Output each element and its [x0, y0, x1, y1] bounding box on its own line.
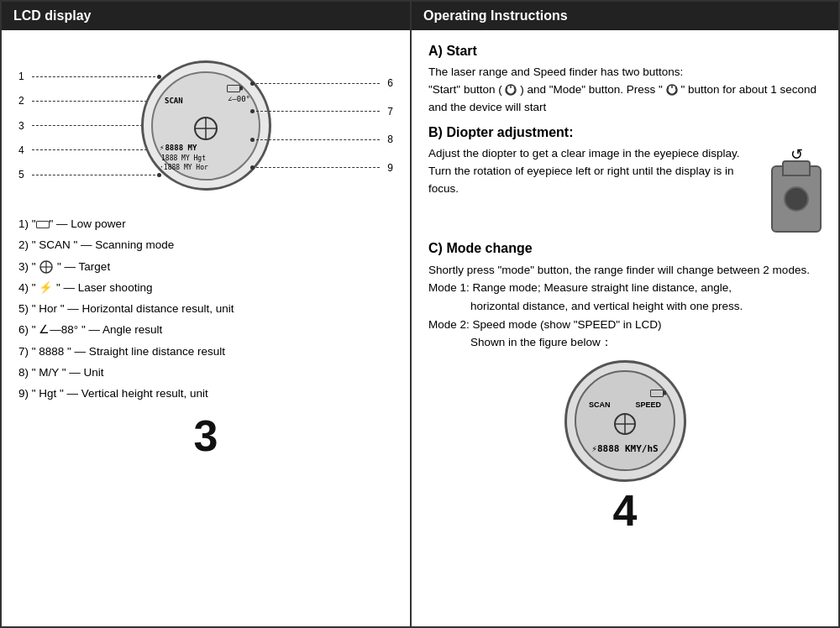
- num-4: 4: [18, 144, 30, 156]
- height-display: 1888 MY Hgt: [161, 154, 206, 162]
- speed-crosshair: [613, 412, 637, 438]
- legend-item-5: 5) " Hor " — Horizontal distance result,…: [18, 301, 393, 317]
- eyepiece-button: [784, 186, 809, 212]
- num-6: 6: [381, 77, 393, 89]
- label-row-3: 3: [18, 120, 161, 132]
- num-3: 3: [18, 120, 30, 132]
- left-panel: LCD display 1 2 3: [2, 2, 412, 626]
- scan-label: SCAN: [165, 97, 183, 105]
- diopter-image: [771, 165, 822, 233]
- lcd-diagram: 1 2 3 4: [18, 52, 393, 199]
- speed-readout: ⚡8888 KMY/hS: [591, 443, 658, 454]
- label-row-9: 9: [250, 162, 393, 174]
- section-c-title: C) Mode change: [428, 241, 822, 256]
- legend-item-3: 3) " " — Target: [18, 259, 393, 275]
- right-panel: Operating Instructions A) Start The lase…: [412, 2, 838, 626]
- diopter-text: Adjust the diopter to get a clear image …: [428, 145, 758, 233]
- mode2-indent: Shown in the figure below：: [428, 333, 822, 352]
- legend-item-1: 1) "" — Low power: [18, 216, 393, 233]
- speed-label: SPEED: [636, 400, 662, 409]
- legend-item-9: 9) " Hgt " — Vertical height result, uni…: [18, 385, 393, 402]
- section-a-title: A) Start: [428, 44, 822, 59]
- legend-item-2: 2) " SCAN " — Scanning mode: [18, 237, 393, 254]
- speed-battery-icon: [650, 390, 664, 397]
- speed-scan-label: SCAN: [589, 400, 611, 409]
- legend-item-8: 8) " M/Y " — Unit: [18, 364, 393, 381]
- left-content: 1 2 3 4: [2, 30, 410, 626]
- speed-labels-row: SCAN SPEED: [576, 400, 674, 409]
- label-row-7: 7: [250, 106, 393, 118]
- dot-7: [250, 109, 255, 113]
- dot-8: [250, 138, 255, 142]
- dot-6: [250, 81, 255, 86]
- speed-circle: SCAN SPEED ⚡8888 KMY/hS: [564, 360, 686, 482]
- num-7: 7: [381, 106, 393, 118]
- laser-display: ⚡ 8888 MY: [160, 144, 197, 152]
- num-5: 5: [18, 169, 30, 181]
- right-content: A) Start The laser range and Speed finde…: [412, 30, 838, 626]
- right-page-number: 4: [428, 485, 822, 536]
- dash-3: [32, 125, 155, 126]
- circle-inner: SCAN ∠—00° ⚡ 8888 MY: [151, 71, 260, 181]
- dot-5: [157, 173, 161, 177]
- legend-item-6: 6) " ∠—88° " — Angle result: [18, 322, 393, 338]
- left-number-labels: 1 2 3 4: [18, 60, 161, 191]
- mode2-text: Mode 2: Speed mode (show "SPEED" in LCD): [428, 316, 822, 334]
- dot-9: [250, 165, 255, 170]
- label-row-6: 6: [250, 77, 393, 89]
- mode-intro: Shortly press "mode" button, the range f…: [428, 261, 822, 280]
- num-2: 2: [18, 95, 30, 107]
- num-8: 8: [381, 133, 393, 145]
- legend-item-7: 7) " 8888 " — Straight line distance res…: [18, 343, 393, 360]
- dash-8: [256, 139, 380, 140]
- angle-display: ∠—00°: [228, 95, 250, 103]
- hor-display: ·1888 MY Hor: [160, 164, 208, 171]
- num-9: 9: [381, 162, 393, 174]
- dash-7: [256, 111, 380, 112]
- mode1-indent: horizontal distance, and vertical height…: [428, 297, 822, 316]
- dash-1: [32, 76, 155, 77]
- speed-diagram: SCAN SPEED ⚡8888 KMY/hS: [428, 360, 822, 482]
- label-row-5: 5: [18, 169, 161, 181]
- legend-item-4: 4) " ⚡ " — Laser shooting: [18, 280, 393, 296]
- dash-5: [32, 175, 155, 175]
- left-page-number: 3: [18, 411, 393, 461]
- label-row-8: 8: [250, 133, 393, 145]
- num-1: 1: [18, 71, 30, 82]
- diopter-image-container: ↺: [771, 145, 822, 233]
- dash-4: [32, 149, 155, 150]
- mode1-text: Mode 1: Range mode; Measure straight lin…: [428, 279, 822, 297]
- diopter-section: Adjust the diopter to get a clear image …: [428, 145, 822, 233]
- dash-9: [256, 167, 380, 168]
- speed-inner: SCAN SPEED ⚡8888 KMY/hS: [575, 370, 675, 471]
- label-row-2: 2: [18, 95, 161, 107]
- left-panel-header: LCD display: [2, 2, 410, 30]
- label-row-4: 4: [18, 144, 161, 156]
- section-b-title: B) Diopter adjustment:: [428, 125, 822, 140]
- crosshair-display: [193, 116, 218, 144]
- dash-6: [256, 83, 380, 84]
- dash-2: [32, 101, 155, 102]
- legend: 1) "" — Low power 2) " SCAN " — Scanning…: [18, 216, 393, 402]
- right-panel-header: Operating Instructions: [412, 2, 838, 30]
- section-a-text: The laser range and Speed finder has two…: [428, 64, 822, 117]
- label-row-1: 1: [18, 71, 161, 82]
- right-number-labels: 6 7 8 9: [250, 60, 393, 191]
- battery-icon: [227, 85, 240, 92]
